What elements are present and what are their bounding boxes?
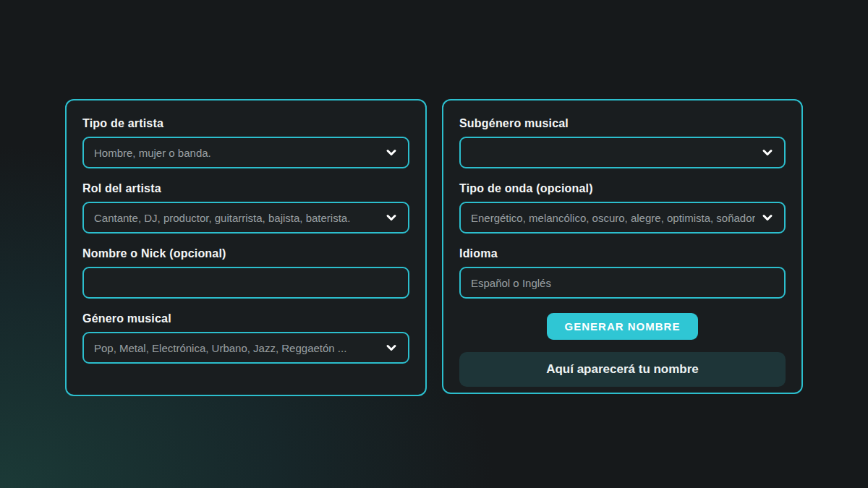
field-group-nombre-nick: Nombre o Nick (opcional) — [82, 247, 409, 299]
field-group-genero-musical: Género musical Pop, Metal, Electrónica, … — [82, 312, 409, 364]
subgenero-label: Subgénero musical — [459, 117, 786, 130]
tipo-artista-label: Tipo de artista — [82, 117, 409, 130]
tipo-artista-placeholder: Hombre, mujer o banda. — [94, 147, 379, 159]
genero-musical-placeholder: Pop, Metal, Electrónica, Urbano, Jazz, R… — [94, 342, 379, 354]
artist-form-card: Tipo de artista Hombre, mujer o banda. R… — [65, 99, 427, 396]
nombre-nick-label: Nombre o Nick (opcional) — [82, 247, 409, 260]
field-group-rol-artista: Rol del artista Cantante, DJ, productor,… — [82, 182, 409, 234]
rol-artista-placeholder: Cantante, DJ, productor, guitarrista, ba… — [94, 212, 379, 224]
subgenero-select[interactable] — [459, 137, 786, 168]
tipo-onda-label: Tipo de onda (opcional) — [459, 182, 786, 195]
generate-button-row: GENERAR NOMBRE — [459, 313, 786, 340]
chevron-down-icon — [761, 146, 774, 159]
tipo-onda-select[interactable]: Energético, melancólico, oscuro, alegre,… — [459, 202, 786, 234]
idioma-label: Idioma — [459, 247, 786, 260]
chevron-down-icon — [761, 211, 774, 224]
rol-artista-select[interactable]: Cantante, DJ, productor, guitarrista, ba… — [82, 202, 409, 234]
generated-name-result: Aquí aparecerá tu nombre — [459, 352, 786, 387]
field-group-tipo-onda: Tipo de onda (opcional) Energético, mela… — [459, 182, 786, 234]
field-group-idioma: Idioma — [459, 247, 786, 299]
generate-name-button[interactable]: GENERAR NOMBRE — [547, 313, 699, 340]
tipo-onda-placeholder: Energético, melancólico, oscuro, alegre,… — [471, 212, 755, 224]
chevron-down-icon — [385, 211, 398, 224]
rol-artista-label: Rol del artista — [82, 182, 409, 195]
chevron-down-icon — [385, 341, 398, 354]
field-group-subgenero: Subgénero musical — [459, 117, 786, 168]
nombre-nick-input[interactable] — [82, 267, 409, 299]
genero-musical-select[interactable]: Pop, Metal, Electrónica, Urbano, Jazz, R… — [82, 332, 409, 364]
idioma-input[interactable] — [459, 267, 786, 299]
genero-musical-label: Género musical — [82, 312, 409, 325]
chevron-down-icon — [385, 146, 398, 159]
field-group-tipo-artista: Tipo de artista Hombre, mujer o banda. — [82, 117, 409, 168]
generator-options-card: Subgénero musical Tipo de onda (opcional… — [442, 99, 803, 394]
tipo-artista-select[interactable]: Hombre, mujer o banda. — [82, 137, 409, 168]
